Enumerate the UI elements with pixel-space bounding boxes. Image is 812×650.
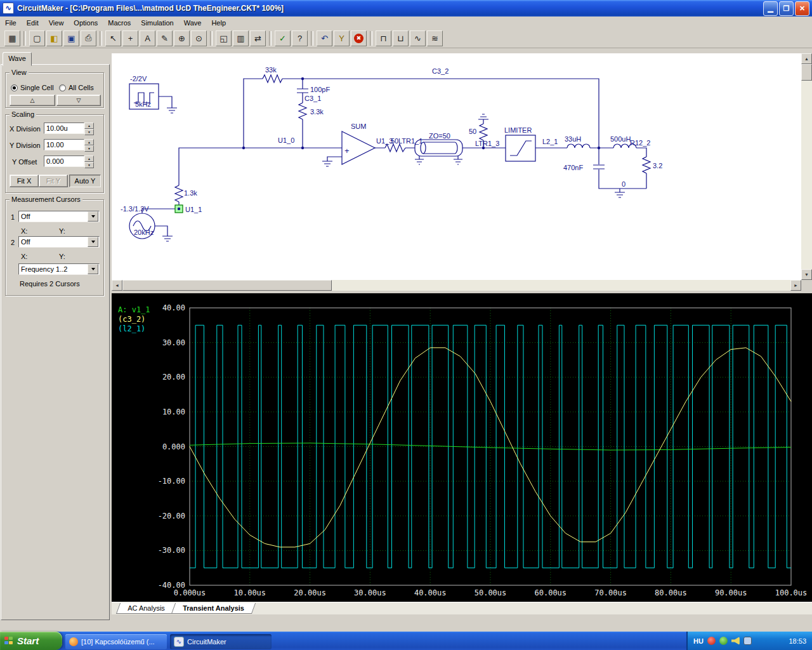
scroll-down-icon[interactable]: ▼ [801, 269, 812, 280]
schematic-wires[interactable] [142, 79, 646, 241]
arrow-tool-button[interactable]: ↖ [105, 30, 121, 46]
resistor-1.3k[interactable] [175, 185, 183, 202]
menu-options[interactable]: Options [69, 17, 103, 29]
new-file-button[interactable]: ▢ [29, 30, 45, 46]
chevron-down-icon[interactable] [88, 211, 98, 222]
y-division-input[interactable] [44, 139, 84, 150]
waveform-plot[interactable]: 40.0030.0020.0010.000.000-10.00-20.00-30… [112, 293, 812, 602]
resistor-3.3k[interactable] [299, 103, 306, 119]
svg-text:50: 50 [391, 137, 398, 145]
vertical-scroll-thumb[interactable] [801, 64, 812, 81]
y-tick-label: 20.00 [162, 373, 185, 381]
wave-panel-body: View Single Cell All Cells △ ▽ Scaling X… [1, 64, 110, 620]
cursor2-value: Off [19, 238, 87, 246]
waveform-window-button[interactable]: ▥ [233, 30, 249, 46]
reset-button[interactable]: ↶ [317, 30, 332, 46]
trace-v1_1 [190, 443, 791, 450]
messenger-icon[interactable] [719, 637, 728, 645]
simulation-mode-button[interactable]: ✓ [275, 30, 291, 46]
parts-browser-button[interactable]: ▦ [4, 30, 20, 46]
all-cells-radio[interactable] [59, 84, 66, 91]
menu-macros[interactable]: Macros [103, 17, 136, 29]
cursor2-x-label: X: [21, 253, 27, 260]
digital-display-4-button[interactable]: ≋ [427, 30, 443, 46]
windows-logo-icon [4, 637, 14, 645]
menu-help[interactable]: Help [206, 17, 231, 29]
capacitor-470nF[interactable] [593, 165, 605, 169]
cell-up-button[interactable]: △ [10, 95, 55, 106]
y-offset-spinner[interactable]: ▲▼ [84, 156, 94, 167]
scroll-right-icon[interactable]: ► [790, 280, 801, 291]
limiter-block[interactable] [506, 135, 535, 161]
scroll-left-icon[interactable]: ◄ [112, 280, 122, 291]
fit-y-button[interactable]: Fit Y [39, 175, 68, 187]
tab-transient-analysis[interactable]: Transient Analysis [171, 603, 256, 614]
resistor-50-series[interactable] [385, 144, 405, 152]
digital-display-1-button[interactable]: ⊓ [376, 30, 391, 46]
digital-display-2-button[interactable]: ⊔ [393, 30, 409, 46]
language-indicator[interactable]: HU [693, 637, 704, 645]
y-tick-label: 0.000 [162, 442, 185, 451]
horizontal-scroll-thumb[interactable] [122, 280, 332, 291]
taskbar-item-circuitmaker[interactable]: ∿ CircuitMaker [170, 634, 272, 649]
fit-x-button[interactable]: Fit X [10, 175, 39, 187]
resistor-3.2[interactable] [643, 157, 650, 173]
wire-tool-button[interactable]: ✎ [157, 30, 173, 46]
close-button[interactable]: ✕ [795, 1, 809, 16]
scaling-group-title: Scaling [10, 110, 36, 118]
menu-file[interactable]: File [0, 17, 22, 29]
cell-down-button[interactable]: ▽ [56, 95, 101, 106]
stop-simulation-button[interactable]: ✖ [351, 30, 367, 46]
zoom-tool-button[interactable]: ⊙ [191, 30, 207, 46]
zoom-in-button[interactable]: ⊕ [174, 30, 190, 46]
cursor2-select[interactable]: Off [18, 236, 100, 248]
open-file-button[interactable]: ◧ [46, 30, 62, 46]
menu-wave[interactable]: Wave [179, 17, 207, 29]
maximize-button[interactable]: ❐ [779, 1, 794, 16]
save-file-button[interactable]: ▣ [63, 30, 79, 46]
resistor-33k[interactable] [263, 75, 282, 83]
y-offset-input[interactable] [44, 156, 84, 167]
menu-view[interactable]: View [44, 17, 69, 29]
toolbar-separator [370, 31, 372, 46]
security-icon[interactable] [707, 637, 716, 645]
print-button[interactable]: ⎙ [81, 30, 96, 46]
display-icon[interactable] [743, 637, 752, 645]
svg-text:20kHz: 20kHz [134, 229, 154, 236]
help-button[interactable]: ? [292, 30, 308, 46]
horizontal-scrollbar[interactable]: ◄ ► [112, 280, 801, 291]
single-cell-radio[interactable] [11, 84, 18, 91]
vertical-scrollbar[interactable]: ▲ ▼ [801, 53, 812, 280]
tab-wave[interactable]: Wave [3, 52, 32, 66]
y-division-spinner[interactable]: ▲▼ [84, 139, 94, 150]
cursor1-select[interactable]: Off [18, 211, 100, 222]
cursor-function-select[interactable]: Frequency 1..2 [18, 263, 100, 275]
chevron-down-icon[interactable] [88, 237, 98, 247]
tile-windows-button[interactable]: ⇄ [250, 30, 266, 46]
chevron-down-icon[interactable] [88, 264, 98, 274]
x-tick-label: 70.00us [594, 588, 627, 597]
resistor-50-termination[interactable] [480, 124, 487, 140]
scroll-up-icon[interactable]: ▲ [801, 53, 812, 64]
place-part-button[interactable]: + [122, 30, 138, 46]
digital-display-3-button[interactable]: ∿ [410, 30, 426, 46]
start-button[interactable]: Start [0, 632, 62, 650]
minimize-button[interactable]: ▁ [763, 1, 778, 16]
x-division-spinner[interactable]: ▲▼ [84, 123, 94, 134]
text-tool-button[interactable]: A [140, 30, 155, 46]
x-division-input[interactable] [44, 123, 84, 134]
taskbar-item-browser[interactable]: [10] Kapcsolóüzemű (... [65, 634, 167, 649]
menu-edit[interactable]: Edit [22, 17, 44, 29]
fit-to-window-button[interactable]: ◱ [216, 30, 232, 46]
menu-simulation[interactable]: Simulation [136, 17, 178, 29]
inductor-33uH[interactable] [567, 144, 590, 148]
tab-ac-analysis[interactable]: AC Analysis [116, 603, 176, 614]
probe-tool-button[interactable]: Y [334, 30, 350, 46]
auto-y-button[interactable]: Auto Y [69, 175, 101, 187]
capacitor-c3_1[interactable] [297, 89, 308, 93]
schematic-canvas[interactable]: -2/2V 5kHz 33k 100pF C3_1 3.3k U1_0 SUM … [112, 53, 801, 280]
x-tick-label: 80.00us [655, 588, 687, 597]
svg-text:3.2: 3.2 [653, 162, 662, 169]
analysis-tabs: AC Analysis Transient Analysis [112, 602, 812, 614]
volume-icon[interactable] [731, 637, 740, 645]
